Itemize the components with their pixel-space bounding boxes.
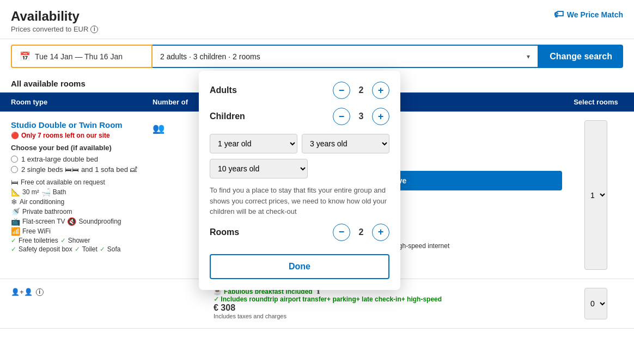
amenity-wifi: 📶 Free WiFi	[11, 227, 153, 236]
children-decrement[interactable]: −	[333, 108, 350, 125]
bed-radio-1[interactable]	[11, 156, 18, 163]
bed-icon: 🛏🛏	[65, 165, 79, 174]
bathroom-icon: 🚿	[11, 207, 20, 216]
child-ages-row-2: Under 1 year old 1 year old 2 years old …	[210, 159, 389, 178]
room-name-link[interactable]: Studio Double or Twin Room	[11, 120, 153, 129]
children-counter: − 3 +	[333, 108, 389, 125]
info-icon[interactable]: i	[90, 26, 98, 33]
rooms-counter: − 2 +	[333, 224, 389, 241]
check-safe: ✓	[11, 245, 16, 253]
children-value: 3	[356, 112, 367, 121]
row2-room-select[interactable]: 0 1 2	[584, 288, 607, 319]
bed-choice-title: Choose your bed (if available)	[11, 144, 153, 152]
adults-increment[interactable]: +	[372, 82, 389, 99]
amenity-size: 📐 30 m² 🛁 Bath	[11, 188, 153, 196]
row2-room-col: 👤+👤 i	[11, 288, 153, 319]
check-toilet: ✓	[75, 245, 80, 253]
check-toiletries: ✓	[11, 237, 16, 244]
adults-counter: − 2 +	[333, 82, 389, 99]
adults-decrement[interactable]: −	[333, 82, 350, 99]
room-select[interactable]: 1 2	[584, 120, 607, 270]
amenity-safe: ✓ Safety deposit box ✓ Toilet ✓ Sofa	[11, 245, 153, 253]
page-title: Availability	[11, 9, 623, 24]
price-match-banner: 🏷 We Price Match	[554, 9, 623, 20]
child-age-select-1[interactable]: Under 1 year old 1 year old 2 years old …	[210, 134, 297, 153]
amenity-cot: 🛏 Free cot available on request	[11, 178, 153, 187]
child-ages-row-1: Under 1 year old 1 year old 2 years old …	[210, 134, 389, 153]
child-age-select-2[interactable]: Under 1 year old 1 year old 2 years old …	[302, 134, 389, 153]
date-text: Tue 14 Jan — Thu 16 Jan	[35, 52, 123, 61]
size-icon: 📐	[11, 188, 20, 196]
bed-radio-2[interactable]	[11, 166, 18, 173]
amenity-bathroom: 🚿 Private bathroom	[11, 207, 153, 216]
sound-icon: 🔇	[67, 217, 76, 226]
row2-num-col	[153, 288, 207, 319]
room-info: Studio Double or Twin Room 🔴 Only 7 room…	[11, 120, 153, 270]
date-input[interactable]: 📅 Tue 14 Jan — Thu 16 Jan	[11, 45, 153, 68]
price-match-icon: 🏷	[554, 9, 564, 20]
row2-taxes: Includes taxes and charges	[214, 313, 562, 319]
row2-guests: 👤+👤 i	[11, 288, 153, 296]
adults-label: Adults	[210, 85, 237, 95]
adults-value: 2	[356, 85, 367, 95]
row2-price-col: ☕ Fabulous breakfast included ℹ ✓ Includ…	[207, 288, 569, 319]
col-room-type: Room type	[11, 98, 153, 106]
children-increment[interactable]: +	[372, 108, 389, 125]
col-select: Select rooms	[569, 98, 623, 106]
rooms-increment[interactable]: +	[372, 224, 389, 241]
check-sofa: ✓	[100, 245, 105, 253]
bed-option-2[interactable]: 2 single beds 🛏🛏 and 1 sofa bed 🛋	[11, 165, 153, 174]
amenity-ac: ❄ Air conditioning	[11, 198, 153, 206]
guests-dropdown: Adults − 2 + Children − 3 + Under 1 year…	[199, 71, 400, 290]
bed-label-2: 2 single beds 🛏🛏 and 1 sofa bed 🛋	[21, 165, 137, 174]
guests-text: 2 adults · 3 children · 2 rooms	[160, 52, 260, 61]
calendar-icon: 📅	[20, 51, 31, 61]
warning-icon: 🔴	[11, 132, 19, 139]
room-availability-warning: 🔴 Only 7 rooms left on our site	[11, 132, 153, 139]
check-shower: ✓	[60, 237, 66, 244]
rooms-row: Rooms − 2 +	[210, 224, 389, 241]
child-age-select-3[interactable]: Under 1 year old 1 year old 2 years old …	[210, 159, 308, 178]
rooms-value: 2	[356, 227, 367, 237]
bed-option-1[interactable]: 1 extra-large double bed	[11, 155, 153, 163]
row2-guest-icon: 👤+👤	[11, 288, 33, 296]
row2-select-col: 0 1 2	[569, 288, 623, 319]
search-bar: 📅 Tue 14 Jan — Thu 16 Jan 2 adults · 3 c…	[0, 39, 634, 73]
guest-icons: 👥	[153, 123, 164, 134]
ac-icon: ❄	[11, 198, 17, 206]
adults-row: Adults − 2 +	[210, 82, 389, 99]
amenity-tv: 📺 Flat-screen TV 🔇 Soundproofing	[11, 217, 153, 226]
price-subtitle: Prices converted to EUR i	[11, 25, 623, 33]
row2-price: € 308	[214, 303, 562, 313]
children-row: Children − 3 +	[210, 108, 389, 125]
guests-input[interactable]: 2 adults · 3 children · 2 rooms ▾	[153, 45, 539, 68]
row2-info-icon[interactable]: i	[36, 288, 44, 296]
done-button[interactable]: Done	[210, 254, 389, 279]
bath-icon: 🛁	[41, 188, 51, 196]
amenity-toiletries: ✓ Free toiletries ✓ Shower	[11, 237, 153, 244]
bed-label-1: 1 extra-large double bed	[21, 155, 98, 163]
child-info-text: To find you a place to stay that fits yo…	[210, 185, 389, 217]
chevron-down-icon: ▾	[527, 53, 530, 60]
rooms-decrement[interactable]: −	[333, 224, 350, 241]
select-rooms-col: 1 2	[569, 120, 623, 270]
tv-icon: 📺	[11, 217, 20, 226]
cot-icon: 🛏	[11, 178, 19, 187]
wifi-icon: 📶	[11, 227, 20, 236]
rooms-label: Rooms	[210, 227, 239, 237]
row2-transfer: ✓ Includes roundtrip airport transfer+ p…	[214, 295, 562, 303]
sofa-icon: 🛋	[130, 165, 137, 174]
change-search-button[interactable]: Change search	[539, 45, 623, 68]
children-label: Children	[210, 112, 245, 121]
row2-check: ✓	[214, 295, 219, 303]
